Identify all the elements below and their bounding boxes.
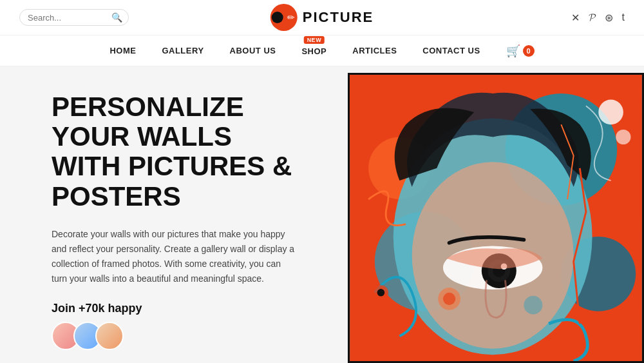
settings-icon[interactable]: ⊛	[605, 12, 613, 24]
cart-icon: 🛒	[506, 44, 520, 58]
nav-articles[interactable]: ARTICLES	[352, 46, 397, 55]
cart-count: 0	[523, 45, 535, 57]
svg-point-16	[377, 289, 385, 297]
svg-point-13	[443, 293, 455, 305]
nav-shop-wrapper: NEW SHOP	[301, 45, 327, 57]
twitter-icon[interactable]: ✕	[571, 12, 580, 24]
cart-button[interactable]: 🛒 0	[506, 44, 535, 58]
svg-point-14	[524, 296, 542, 315]
site-header: 🔍 PICTURE ✕ 𝓟 ⊛ t	[0, 0, 644, 35]
svg-point-17	[598, 100, 623, 125]
nav-contact[interactable]: CONTACT US	[422, 46, 480, 55]
avatar-3	[95, 322, 124, 350]
artwork-frame	[348, 73, 644, 363]
social-icons-area: ✕ 𝓟 ⊛ t	[571, 12, 625, 24]
logo-icon	[270, 4, 298, 31]
main-navigation: HOME GALLERY ABOUT US NEW SHOP ARTICLES …	[0, 35, 644, 66]
svg-point-18	[616, 130, 630, 144]
search-icon: 🔍	[111, 12, 122, 23]
join-text: Join +70k happy	[52, 302, 296, 315]
tumblr-icon[interactable]: t	[622, 12, 625, 23]
search-button[interactable]: 🔍	[111, 12, 122, 23]
nav-shop[interactable]: SHOP	[301, 46, 327, 56]
hero-description: Decorate your walls with our pictures th…	[52, 227, 296, 286]
logo-area: PICTURE	[270, 4, 374, 31]
nav-about[interactable]: ABOUT US	[230, 46, 276, 55]
artwork-svg	[350, 75, 642, 361]
logo-text: PICTURE	[303, 9, 374, 26]
nav-gallery[interactable]: GALLERY	[162, 46, 204, 55]
nav-home[interactable]: HOME	[109, 46, 136, 55]
avatars-row	[52, 322, 296, 350]
artwork-area	[328, 66, 644, 363]
hero-content: PERSONALIZE YOUR WALLS WITH PICTURES & P…	[0, 66, 328, 363]
artwork-image	[350, 75, 642, 361]
search-area: 🔍	[19, 9, 129, 26]
pinterest-icon[interactable]: 𝓟	[589, 12, 596, 23]
hero-title: PERSONALIZE YOUR WALLS WITH PICTURES & P…	[52, 92, 296, 211]
search-input[interactable]	[28, 13, 111, 23]
new-badge: NEW	[304, 36, 325, 44]
main-content: PERSONALIZE YOUR WALLS WITH PICTURES & P…	[0, 66, 644, 363]
